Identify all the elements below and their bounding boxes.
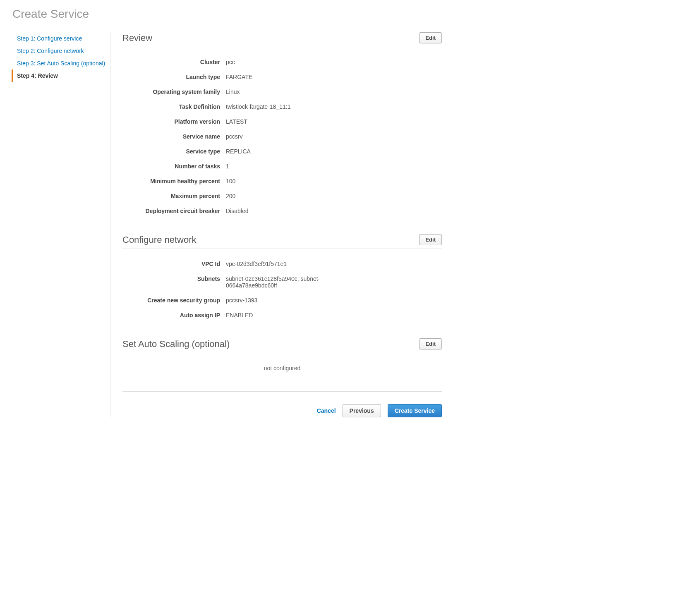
- field-platform-version: Platform version LATEST: [122, 114, 442, 129]
- field-value: vpc-02d3df3ef91f571e1: [226, 261, 333, 267]
- field-value: REPLICA: [226, 148, 333, 155]
- field-subnets: Subnets subnet-02c361c128f5a940c, subnet…: [122, 271, 442, 293]
- field-deployment-circuit-breaker: Deployment circuit breaker Disabled: [122, 203, 442, 218]
- field-value: 1: [226, 163, 333, 170]
- field-launch-type: Launch type FARGATE: [122, 69, 442, 84]
- wizard-sidebar: Step 1: Configure service Step 2: Config…: [12, 32, 111, 417]
- field-label: VPC Id: [122, 261, 226, 267]
- field-label: Deployment circuit breaker: [122, 208, 226, 214]
- field-security-group: Create new security group pccsrv-1393: [122, 293, 442, 308]
- field-label: Service name: [122, 133, 226, 140]
- wizard-footer: Cancel Previous Create Service: [122, 391, 442, 417]
- field-task-definition: Task Definition twistlock-fargate-18_11:…: [122, 99, 442, 114]
- step-1-configure-service[interactable]: Step 1: Configure service: [12, 32, 106, 45]
- field-value: subnet-02c361c128f5a940c, subnet-0664a78…: [226, 275, 333, 289]
- field-value: 100: [226, 178, 333, 184]
- field-min-healthy-percent: Minimum healthy percent 100: [122, 174, 442, 189]
- edit-network-button[interactable]: Edit: [419, 234, 442, 245]
- field-label: Service type: [122, 148, 226, 155]
- field-os-family: Operating system family Linux: [122, 84, 442, 99]
- field-value: pcc: [226, 59, 333, 65]
- cancel-button[interactable]: Cancel: [317, 407, 336, 414]
- review-section: Review Edit Cluster pcc Launch type FARG…: [122, 32, 442, 218]
- field-value: Linux: [226, 89, 333, 95]
- step-2-configure-network[interactable]: Step 2: Configure network: [12, 45, 106, 57]
- network-section: Configure network Edit VPC Id vpc-02d3df…: [122, 234, 442, 323]
- step-3-set-auto-scaling[interactable]: Step 3: Set Auto Scaling (optional): [12, 57, 106, 69]
- field-value: pccsrv: [226, 133, 333, 140]
- autoscaling-section: Set Auto Scaling (optional) Edit not con…: [122, 338, 442, 376]
- field-max-percent: Maximum percent 200: [122, 189, 442, 203]
- field-label: Auto assign IP: [122, 312, 226, 318]
- field-label: Minimum healthy percent: [122, 178, 226, 184]
- field-service-name: Service name pccsrv: [122, 129, 442, 144]
- field-service-type: Service type REPLICA: [122, 144, 442, 159]
- autoscaling-section-title: Set Auto Scaling (optional): [122, 339, 230, 349]
- field-value: LATEST: [226, 118, 333, 125]
- field-label: Operating system family: [122, 89, 226, 95]
- field-value: FARGATE: [226, 74, 333, 80]
- field-label: Cluster: [122, 59, 226, 65]
- field-label: Maximum percent: [122, 193, 226, 199]
- field-label: Number of tasks: [122, 163, 226, 170]
- main-content: Review Edit Cluster pcc Launch type FARG…: [111, 32, 442, 417]
- field-label: Platform version: [122, 118, 226, 125]
- field-value: pccsrv-1393: [226, 297, 333, 304]
- review-section-title: Review: [122, 33, 152, 43]
- field-label: Subnets: [122, 275, 226, 289]
- step-4-review[interactable]: Step 4: Review: [12, 69, 106, 82]
- field-label: Launch type: [122, 74, 226, 80]
- field-value: 200: [226, 193, 333, 199]
- field-number-of-tasks: Number of tasks 1: [122, 159, 442, 174]
- field-value: ENABLED: [226, 312, 333, 318]
- field-value: Disabled: [226, 208, 333, 214]
- create-service-button[interactable]: Create Service: [388, 404, 442, 417]
- field-label: Task Definition: [122, 103, 226, 110]
- autoscaling-not-configured: not configured: [122, 361, 442, 376]
- field-label: Create new security group: [122, 297, 226, 304]
- edit-review-button[interactable]: Edit: [419, 32, 442, 43]
- edit-autoscaling-button[interactable]: Edit: [419, 338, 442, 349]
- field-auto-assign-ip: Auto assign IP ENABLED: [122, 308, 442, 323]
- page-title: Create Service: [12, 7, 688, 21]
- field-cluster: Cluster pcc: [122, 55, 442, 69]
- previous-button[interactable]: Previous: [343, 404, 381, 417]
- network-section-title: Configure network: [122, 235, 197, 245]
- field-vpc-id: VPC Id vpc-02d3df3ef91f571e1: [122, 256, 442, 271]
- field-value: twistlock-fargate-18_11:1: [226, 103, 333, 110]
